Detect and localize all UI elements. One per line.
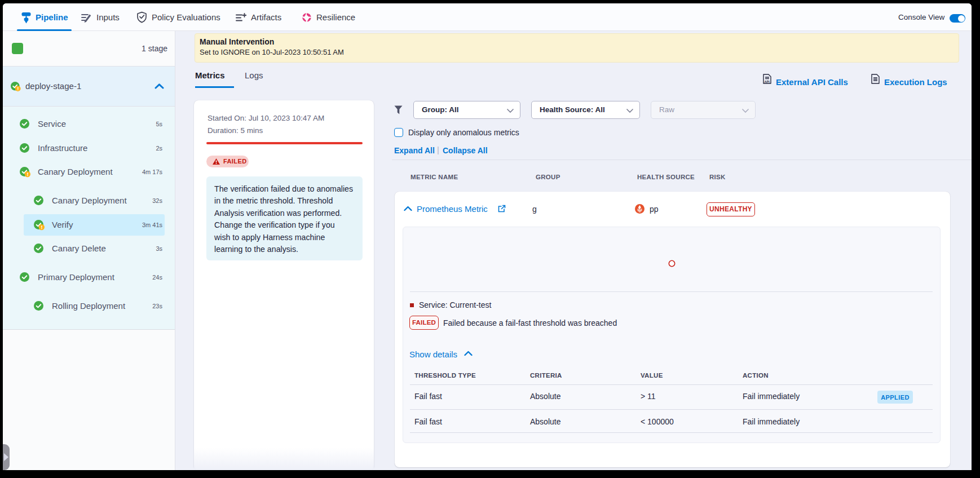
svg-text:API: API: [765, 80, 770, 83]
